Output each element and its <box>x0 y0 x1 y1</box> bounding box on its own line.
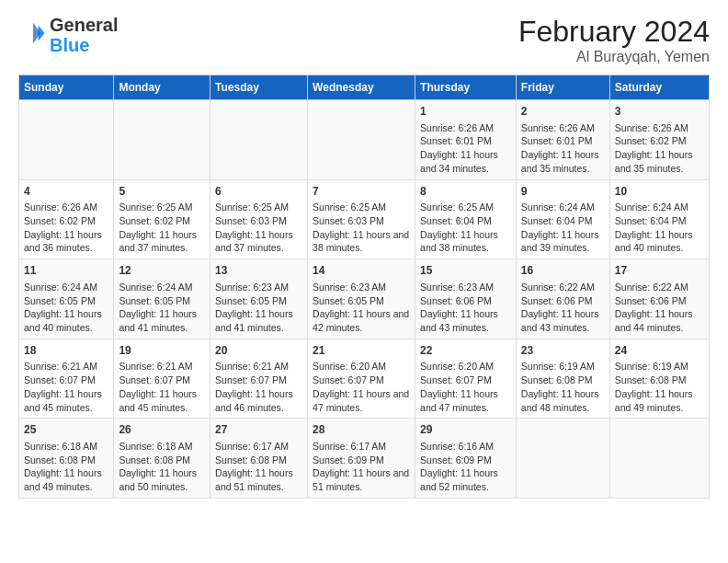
day-number: 1 <box>420 104 511 120</box>
calendar-cell: 19Sunrise: 6:21 AMSunset: 6:07 PMDayligh… <box>114 339 210 419</box>
day-info: Sunrise: 6:21 AMSunset: 6:07 PMDaylight:… <box>119 360 205 414</box>
week-row-2: 4Sunrise: 6:26 AMSunset: 6:02 PMDaylight… <box>19 179 710 259</box>
day-number: 16 <box>521 263 605 279</box>
calendar-cell: 13Sunrise: 6:23 AMSunset: 6:05 PMDayligh… <box>210 259 308 339</box>
day-info: Sunrise: 6:26 AMSunset: 6:02 PMDaylight:… <box>615 121 704 176</box>
day-info: Sunrise: 6:22 AMSunset: 6:06 PMDaylight:… <box>521 281 605 335</box>
calendar-cell: 25Sunrise: 6:18 AMSunset: 6:08 PMDayligh… <box>19 419 114 499</box>
day-number: 9 <box>521 184 605 200</box>
day-info: Sunrise: 6:24 AMSunset: 6:05 PMDaylight:… <box>119 281 205 335</box>
calendar-cell: 26Sunrise: 6:18 AMSunset: 6:08 PMDayligh… <box>114 419 210 499</box>
day-info: Sunrise: 6:17 AMSunset: 6:08 PMDaylight:… <box>215 440 302 494</box>
day-info: Sunrise: 6:25 AMSunset: 6:03 PMDaylight:… <box>313 201 410 255</box>
calendar-cell: 11Sunrise: 6:24 AMSunset: 6:05 PMDayligh… <box>19 259 114 339</box>
calendar-cell: 4Sunrise: 6:26 AMSunset: 6:02 PMDaylight… <box>19 179 114 259</box>
day-info: Sunrise: 6:25 AMSunset: 6:02 PMDaylight:… <box>119 201 205 255</box>
week-row-3: 11Sunrise: 6:24 AMSunset: 6:05 PMDayligh… <box>19 259 710 339</box>
page-subtitle: Al Burayqah, Yemen <box>518 49 710 65</box>
day-info: Sunrise: 6:21 AMSunset: 6:07 PMDaylight:… <box>215 360 302 414</box>
day-info: Sunrise: 6:24 AMSunset: 6:04 PMDaylight:… <box>615 201 704 255</box>
col-header-tuesday: Tuesday <box>210 75 308 100</box>
day-number: 15 <box>420 263 511 279</box>
day-number: 23 <box>521 343 605 359</box>
day-number: 24 <box>615 343 704 359</box>
day-info: Sunrise: 6:19 AMSunset: 6:08 PMDaylight:… <box>521 360 605 414</box>
day-number: 29 <box>420 422 511 438</box>
day-number: 2 <box>521 104 605 120</box>
calendar-cell <box>516 419 609 499</box>
col-header-thursday: Thursday <box>415 75 517 100</box>
day-info: Sunrise: 6:25 AMSunset: 6:04 PMDaylight:… <box>420 201 511 255</box>
calendar-cell: 10Sunrise: 6:24 AMSunset: 6:04 PMDayligh… <box>609 179 709 259</box>
day-number: 18 <box>24 343 108 359</box>
day-info: Sunrise: 6:26 AMSunset: 6:01 PMDaylight:… <box>420 121 511 176</box>
calendar-cell: 2Sunrise: 6:26 AMSunset: 6:01 PMDaylight… <box>516 100 609 180</box>
day-info: Sunrise: 6:24 AMSunset: 6:05 PMDaylight:… <box>24 281 108 335</box>
calendar-cell: 14Sunrise: 6:23 AMSunset: 6:05 PMDayligh… <box>308 259 415 339</box>
day-info: Sunrise: 6:26 AMSunset: 6:01 PMDaylight:… <box>521 121 605 176</box>
day-number: 14 <box>313 263 410 279</box>
day-number: 4 <box>24 184 108 200</box>
calendar-cell: 28Sunrise: 6:17 AMSunset: 6:09 PMDayligh… <box>308 419 415 499</box>
calendar-cell: 8Sunrise: 6:25 AMSunset: 6:04 PMDaylight… <box>415 179 517 259</box>
day-info: Sunrise: 6:23 AMSunset: 6:05 PMDaylight:… <box>313 281 410 335</box>
col-header-monday: Monday <box>114 75 210 100</box>
day-info: Sunrise: 6:21 AMSunset: 6:07 PMDaylight:… <box>24 360 108 414</box>
calendar-cell <box>210 100 308 180</box>
day-number: 28 <box>313 422 410 438</box>
page-title: February 2024 <box>518 15 710 49</box>
calendar-cell: 16Sunrise: 6:22 AMSunset: 6:06 PMDayligh… <box>516 259 609 339</box>
calendar-cell <box>114 100 210 180</box>
day-number: 26 <box>119 422 205 438</box>
svg-marker-1 <box>33 23 40 43</box>
day-info: Sunrise: 6:17 AMSunset: 6:09 PMDaylight:… <box>313 440 410 494</box>
calendar-cell: 22Sunrise: 6:20 AMSunset: 6:07 PMDayligh… <box>415 339 517 419</box>
col-header-wednesday: Wednesday <box>308 75 415 100</box>
day-info: Sunrise: 6:24 AMSunset: 6:04 PMDaylight:… <box>521 201 605 255</box>
day-info: Sunrise: 6:18 AMSunset: 6:08 PMDaylight:… <box>119 440 205 494</box>
page: General Blue February 2024 Al Burayqah, … <box>0 0 728 508</box>
day-info: Sunrise: 6:23 AMSunset: 6:05 PMDaylight:… <box>215 281 302 335</box>
day-info: Sunrise: 6:23 AMSunset: 6:06 PMDaylight:… <box>420 281 511 335</box>
calendar-cell: 3Sunrise: 6:26 AMSunset: 6:02 PMDaylight… <box>609 100 709 180</box>
day-number: 17 <box>615 263 704 279</box>
day-number: 21 <box>313 343 410 359</box>
day-info: Sunrise: 6:20 AMSunset: 6:07 PMDaylight:… <box>313 360 410 414</box>
day-number: 27 <box>215 422 302 438</box>
day-number: 5 <box>119 184 205 200</box>
calendar-cell: 20Sunrise: 6:21 AMSunset: 6:07 PMDayligh… <box>210 339 308 419</box>
day-info: Sunrise: 6:26 AMSunset: 6:02 PMDaylight:… <box>24 201 108 255</box>
calendar-cell: 17Sunrise: 6:22 AMSunset: 6:06 PMDayligh… <box>609 259 709 339</box>
title-block: February 2024 Al Burayqah, Yemen <box>518 15 710 65</box>
day-number: 8 <box>420 184 511 200</box>
day-info: Sunrise: 6:25 AMSunset: 6:03 PMDaylight:… <box>215 201 302 255</box>
calendar-cell <box>19 100 114 180</box>
header: General Blue February 2024 Al Burayqah, … <box>18 15 710 65</box>
day-number: 3 <box>615 104 704 120</box>
day-number: 11 <box>24 263 108 279</box>
day-number: 10 <box>615 184 704 200</box>
calendar-cell: 21Sunrise: 6:20 AMSunset: 6:07 PMDayligh… <box>308 339 415 419</box>
calendar-cell: 27Sunrise: 6:17 AMSunset: 6:08 PMDayligh… <box>210 419 308 499</box>
logo: General Blue <box>18 15 118 55</box>
col-header-friday: Friday <box>516 75 609 100</box>
day-info: Sunrise: 6:18 AMSunset: 6:08 PMDaylight:… <box>24 440 108 494</box>
day-info: Sunrise: 6:19 AMSunset: 6:08 PMDaylight:… <box>615 360 704 414</box>
calendar-cell: 6Sunrise: 6:25 AMSunset: 6:03 PMDaylight… <box>210 179 308 259</box>
day-number: 25 <box>24 422 108 438</box>
day-info: Sunrise: 6:16 AMSunset: 6:09 PMDaylight:… <box>420 440 511 494</box>
day-number: 6 <box>215 184 302 200</box>
calendar-cell: 23Sunrise: 6:19 AMSunset: 6:08 PMDayligh… <box>516 339 609 419</box>
calendar-cell: 29Sunrise: 6:16 AMSunset: 6:09 PMDayligh… <box>415 419 517 499</box>
calendar-cell <box>609 419 709 499</box>
day-info: Sunrise: 6:20 AMSunset: 6:07 PMDaylight:… <box>420 360 511 414</box>
col-header-saturday: Saturday <box>609 75 709 100</box>
calendar-cell: 5Sunrise: 6:25 AMSunset: 6:02 PMDaylight… <box>114 179 210 259</box>
week-row-4: 18Sunrise: 6:21 AMSunset: 6:07 PMDayligh… <box>19 339 710 419</box>
logo-icon <box>20 20 46 46</box>
calendar-cell: 18Sunrise: 6:21 AMSunset: 6:07 PMDayligh… <box>19 339 114 419</box>
calendar-header-row: SundayMondayTuesdayWednesdayThursdayFrid… <box>19 75 710 100</box>
week-row-5: 25Sunrise: 6:18 AMSunset: 6:08 PMDayligh… <box>19 419 710 499</box>
calendar-cell: 12Sunrise: 6:24 AMSunset: 6:05 PMDayligh… <box>114 259 210 339</box>
calendar-cell: 7Sunrise: 6:25 AMSunset: 6:03 PMDaylight… <box>308 179 415 259</box>
